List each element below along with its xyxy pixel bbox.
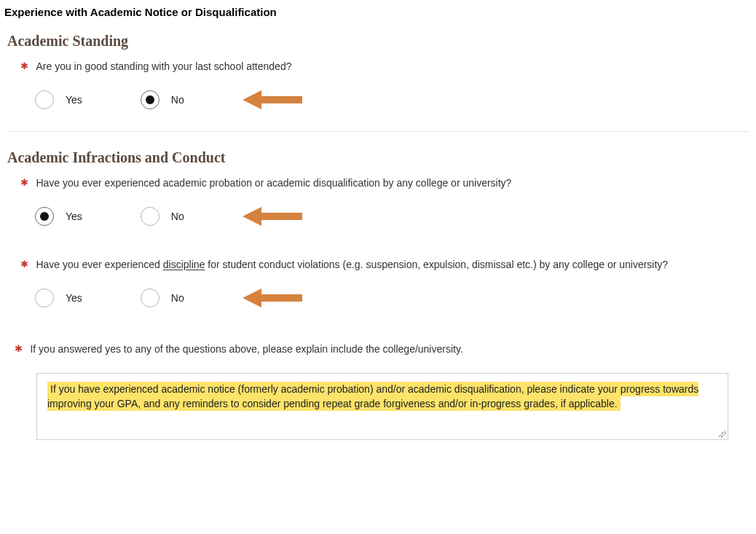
- radio-group-discipline: Yes No: [20, 287, 749, 309]
- resize-handle-icon[interactable]: [719, 431, 726, 438]
- divider: [7, 131, 749, 132]
- radio-option-no[interactable]: No: [141, 207, 184, 226]
- required-icon: ✱: [15, 343, 23, 354]
- radio-circle-icon: [141, 207, 160, 226]
- question-text-suffix: for student conduct violations (e.g. sus…: [205, 259, 668, 270]
- section-heading-infractions: Academic Infractions and Conduct: [7, 149, 749, 166]
- question-text-underlined: discipline: [163, 259, 205, 270]
- required-icon: ✱: [20, 259, 28, 270]
- section-heading-academic-standing: Academic Standing: [7, 33, 749, 50]
- radio-dot-icon: [146, 95, 154, 104]
- radio-option-yes[interactable]: Yes: [35, 90, 82, 109]
- radio-label: Yes: [66, 292, 82, 304]
- question-standing: ✱ Are you in good standing with your las…: [7, 60, 749, 111]
- arrow-left-icon: [243, 287, 302, 309]
- arrow-left-icon: [243, 89, 302, 111]
- page-title: Experience with Academic Notice or Disqu…: [0, 0, 756, 33]
- textarea-highlighted-content: If you have experienced academic notice …: [47, 382, 698, 411]
- radio-label: Yes: [66, 211, 82, 222]
- radio-label: No: [171, 211, 184, 222]
- question-explain: ✱ If you answered yes to any of the ques…: [7, 342, 749, 440]
- question-probation: ✱ Have you ever experienced academic pro…: [7, 176, 749, 227]
- radio-group-standing: Yes No: [20, 89, 749, 111]
- radio-option-no[interactable]: No: [141, 288, 184, 307]
- radio-group-probation: Yes No: [20, 205, 749, 227]
- radio-circle-icon: [141, 90, 160, 109]
- radio-option-yes[interactable]: Yes: [35, 207, 82, 226]
- radio-label: No: [171, 292, 184, 304]
- arrow-left-icon: [243, 205, 302, 227]
- radio-circle-icon: [35, 90, 54, 109]
- question-text-prefix: Have you ever experienced: [36, 259, 162, 270]
- radio-dot-icon: [40, 212, 49, 221]
- radio-option-yes[interactable]: Yes: [35, 288, 82, 307]
- question-text: Have you ever experienced academic proba…: [36, 177, 511, 189]
- question-text: Are you in good standing with your last …: [36, 60, 291, 72]
- explain-textarea[interactable]: If you have experienced academic notice …: [36, 373, 728, 440]
- radio-label: No: [171, 94, 184, 106]
- radio-circle-icon: [35, 207, 54, 226]
- question-text: If you answered yes to any of the questi…: [30, 343, 462, 355]
- radio-label: Yes: [66, 94, 82, 106]
- question-discipline: ✱ Have you ever experienced discipline f…: [7, 258, 749, 309]
- radio-option-no[interactable]: No: [141, 90, 184, 109]
- form-content: Academic Standing ✱ Are you in good stan…: [0, 33, 756, 462]
- required-icon: ✱: [20, 177, 28, 188]
- svg-marker-2: [243, 288, 302, 307]
- svg-marker-0: [243, 90, 302, 109]
- radio-circle-icon: [141, 288, 160, 307]
- svg-marker-1: [243, 207, 302, 226]
- radio-circle-icon: [35, 288, 54, 307]
- required-icon: ✱: [20, 60, 28, 71]
